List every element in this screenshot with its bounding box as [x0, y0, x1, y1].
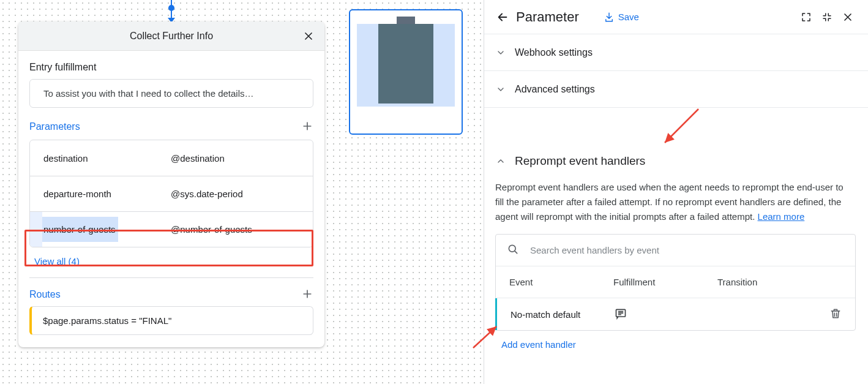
connector-line — [171, 0, 172, 21]
th-fulfillment: Fulfillment — [613, 277, 717, 287]
advanced-settings-label: Advanced settings — [515, 84, 595, 95]
fullscreen-exit-icon — [821, 12, 832, 23]
flow-canvas[interactable]: Collect Further Info Entry fulfillment T… — [0, 0, 484, 384]
advanced-settings-row[interactable]: Advanced settings — [484, 71, 868, 108]
routes-section: Routes $page.params.status = "FINAL" — [18, 278, 324, 347]
drawer-header: Parameter Save — [484, 0, 868, 34]
page-editor-card: Collect Further Info Entry fulfillment T… — [18, 21, 324, 347]
close-icon — [842, 11, 854, 23]
fulfillment-text-icon — [615, 307, 627, 322]
chevron-up-icon — [495, 156, 506, 167]
save-icon — [604, 12, 615, 23]
page-title: Collect Further Info — [130, 31, 213, 42]
search-icon — [507, 243, 519, 258]
event-name: No-match default — [511, 309, 615, 320]
event-handler-search-row — [496, 235, 855, 266]
reprompt-title: Reprompt event handlers — [515, 154, 645, 168]
parameter-drawer: Parameter Save Webhook settings Advanced… — [484, 0, 868, 384]
parameter-row[interactable]: departure-month @sys.date-period — [30, 176, 313, 211]
plus-icon — [301, 288, 313, 300]
parameter-entity: @number-of-guests — [171, 224, 313, 235]
parameter-row-selected[interactable]: number-of-guests @number-of-guests — [30, 211, 313, 247]
route-condition[interactable]: $page.params.status = "FINAL" — [29, 306, 313, 335]
delete-handler-button[interactable] — [829, 307, 842, 322]
save-label: Save — [618, 12, 639, 22]
back-button[interactable] — [494, 9, 511, 26]
thumbnail-inner — [378, 24, 433, 104]
add-event-handler-link[interactable]: Add event handler — [495, 331, 582, 358]
fullscreen-exit-button[interactable] — [817, 7, 837, 28]
parameters-label[interactable]: Parameters — [29, 118, 80, 138]
add-route-button[interactable] — [301, 288, 313, 304]
parameter-row[interactable]: destination @destination — [30, 140, 313, 176]
plus-icon — [301, 120, 313, 132]
reprompt-section: Reprompt event handlers Reprompt event h… — [484, 145, 868, 358]
chevron-down-icon — [495, 47, 506, 58]
page-thumbnail[interactable] — [349, 9, 463, 135]
routes-label[interactable]: Routes — [29, 285, 61, 306]
trash-icon — [829, 307, 842, 320]
thumbnail-header — [397, 17, 415, 24]
parameter-name: departure-month — [30, 189, 171, 199]
view-all-parameters-link[interactable]: View all (4) — [29, 247, 84, 275]
parameter-name: number-of-guests — [42, 217, 118, 242]
spacer — [484, 108, 868, 145]
parameter-entity: @destination — [171, 153, 313, 164]
thumbnail-body — [357, 24, 455, 107]
save-button[interactable]: Save — [604, 12, 639, 23]
drawer-title: Parameter — [516, 9, 579, 25]
parameter-name: destination — [30, 153, 171, 164]
reprompt-header[interactable]: Reprompt event handlers — [495, 145, 856, 178]
learn-more-link[interactable]: Learn more — [758, 211, 805, 222]
chevron-down-icon — [495, 84, 506, 95]
event-handler-table-header: Event Fulfillment Transition — [496, 266, 855, 298]
arrow-left-icon — [496, 10, 509, 24]
fullscreen-enter-icon — [801, 12, 812, 23]
close-drawer-button[interactable] — [837, 7, 858, 28]
add-parameter-button[interactable] — [301, 120, 313, 136]
page-editor-header: Collect Further Info — [18, 21, 324, 51]
entry-fulfillment-text[interactable]: To assist you with that I need to collec… — [29, 79, 313, 108]
reprompt-description: Reprompt event handlers are used when th… — [495, 178, 856, 232]
event-handler-row[interactable]: No-match default — [495, 298, 855, 330]
close-button[interactable] — [299, 26, 318, 46]
event-handler-search-input[interactable] — [530, 245, 844, 255]
th-event: Event — [509, 277, 613, 287]
fullscreen-enter-button[interactable] — [796, 7, 817, 28]
entry-fulfillment-label: Entry fulfillment — [29, 58, 313, 79]
close-icon — [302, 30, 315, 42]
parameter-list: destination @destination departure-month… — [29, 140, 313, 247]
webhook-settings-label: Webhook settings — [515, 47, 593, 58]
webhook-settings-row[interactable]: Webhook settings — [484, 34, 868, 71]
parameters-section: Parameters destination @destination depa… — [18, 110, 324, 278]
th-transition: Transition — [717, 277, 842, 287]
entry-fulfillment-section: Entry fulfillment To assist you with tha… — [18, 51, 324, 108]
parameter-entity: @sys.date-period — [171, 189, 313, 199]
event-handler-table: Event Fulfillment Transition No-match de… — [495, 234, 856, 331]
